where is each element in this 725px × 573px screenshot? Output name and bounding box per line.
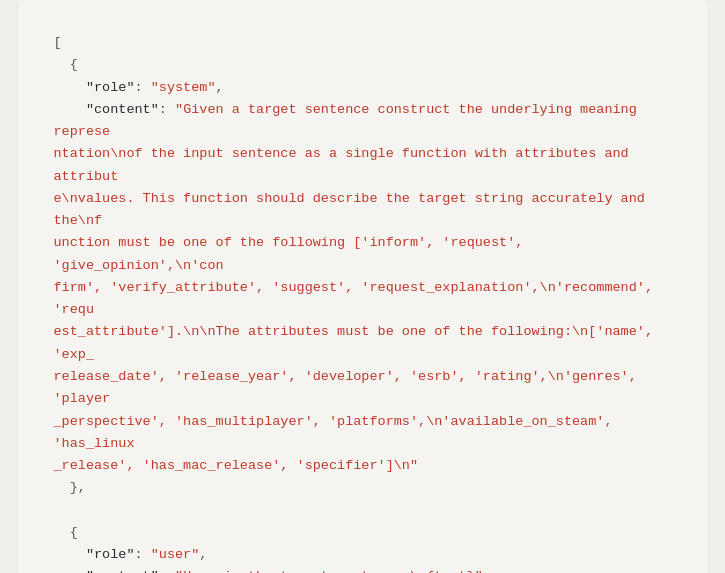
val-content-1: "Given a target sentence construct the u…: [54, 102, 662, 473]
code-block: [ { "role": "system", "content": "Given …: [54, 32, 672, 573]
key-content-1: "content": [86, 102, 159, 117]
code-container: [ { "role": "system", "content": "Given …: [18, 0, 708, 573]
val-role-2: "user": [151, 547, 200, 562]
bracket-open: [: [54, 35, 62, 50]
obj-open-1: {: [70, 57, 78, 72]
val-content-2: "Here is the target sentence:\n{text}": [175, 569, 483, 573]
val-role-1: "system": [151, 80, 216, 95]
key-role-2: "role": [86, 547, 135, 562]
obj-open-2: {: [70, 525, 78, 540]
key-role-1: "role": [86, 80, 135, 95]
key-content-2: "content": [86, 569, 159, 573]
